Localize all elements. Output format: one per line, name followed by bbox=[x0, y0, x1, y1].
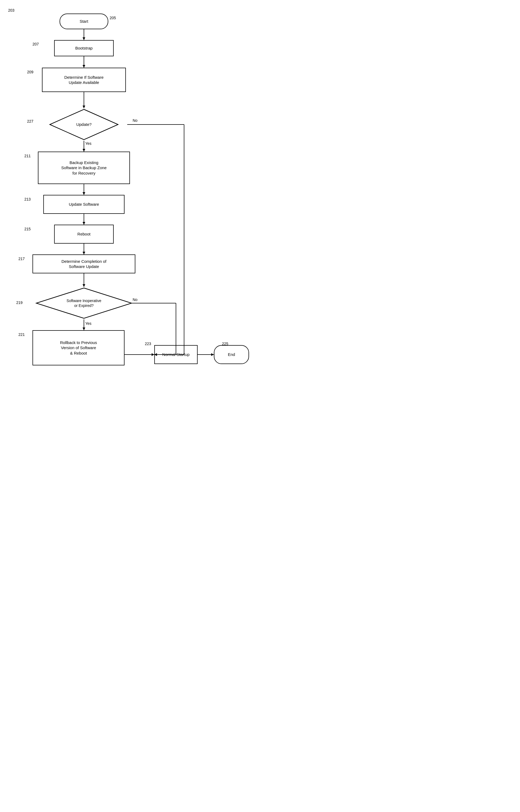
svg-marker-7 bbox=[83, 149, 85, 152]
node-id-213: 213 bbox=[24, 197, 31, 201]
diagram-number: 203 bbox=[8, 8, 14, 12]
node-id-227: 227 bbox=[27, 119, 33, 124]
bootstrap-node: Bootstrap bbox=[54, 40, 114, 56]
update-software-node: Update Software bbox=[43, 195, 125, 214]
inoperative-decision-node: Software Inoperativeor Expired? bbox=[27, 287, 141, 319]
svg-text:Yes: Yes bbox=[85, 321, 92, 325]
node-id-205: 205 bbox=[110, 16, 116, 20]
flowchart-diagram: 203 bbox=[0, 0, 260, 406]
svg-marker-19 bbox=[152, 353, 154, 356]
node-id-219: 219 bbox=[16, 300, 23, 305]
reboot-node: Reboot bbox=[54, 225, 114, 244]
rollback-node: Rollback to PreviousVersion of Software&… bbox=[32, 330, 125, 365]
node-id-207: 207 bbox=[32, 42, 39, 46]
svg-marker-11 bbox=[83, 222, 85, 225]
start-node: Start bbox=[59, 14, 108, 29]
node-id-209: 209 bbox=[27, 70, 33, 74]
node-id-215: 215 bbox=[24, 227, 31, 231]
svg-marker-5 bbox=[83, 106, 85, 108]
node-id-221: 221 bbox=[19, 332, 25, 337]
svg-marker-17 bbox=[83, 328, 85, 330]
node-id-211: 211 bbox=[24, 154, 31, 158]
determine-completion-node: Determine Completion ofSoftware Update bbox=[32, 255, 135, 273]
node-id-223: 223 bbox=[145, 342, 151, 346]
determine-update-available-node: Determine If SoftwareUpdate Available bbox=[42, 68, 126, 92]
backup-node: Backup ExistingSoftware in Backup Zonefo… bbox=[38, 152, 130, 184]
end-node: End bbox=[214, 345, 249, 364]
svg-text:No: No bbox=[133, 118, 137, 123]
svg-marker-13 bbox=[83, 252, 85, 255]
update-decision-node: Update? bbox=[41, 108, 127, 141]
svg-marker-1 bbox=[83, 37, 85, 40]
svg-marker-21 bbox=[211, 353, 214, 356]
svg-marker-9 bbox=[83, 192, 85, 195]
svg-marker-15 bbox=[83, 284, 85, 287]
svg-text:Yes: Yes bbox=[85, 141, 92, 146]
svg-marker-3 bbox=[83, 65, 85, 68]
node-id-217: 217 bbox=[19, 257, 25, 261]
node-id-225: 225 bbox=[222, 342, 228, 346]
normal-startup-node: Normal Startup bbox=[154, 345, 198, 364]
